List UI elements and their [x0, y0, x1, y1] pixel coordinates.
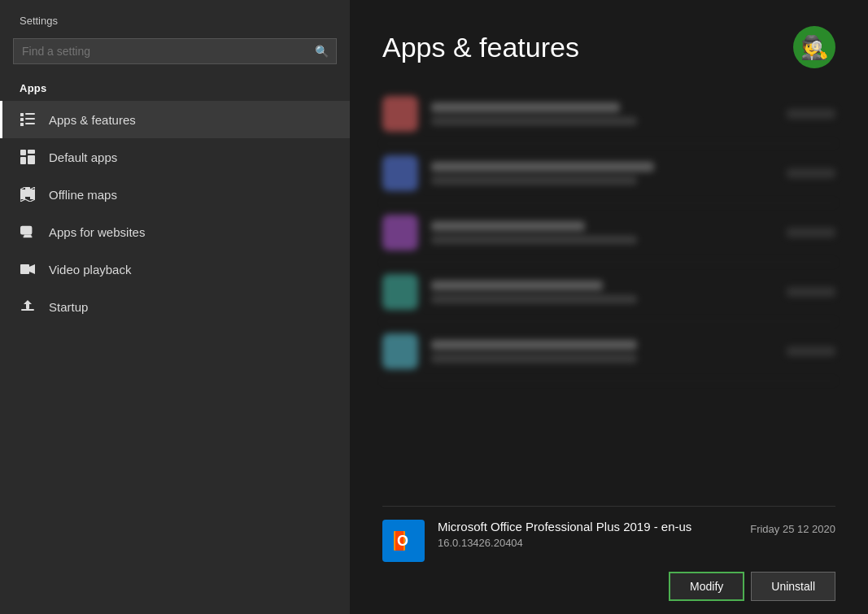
app-list [350, 85, 868, 506]
app-name-bar [431, 162, 654, 172]
app-icon [382, 155, 418, 191]
app-sub-bar [431, 295, 637, 303]
sidebar-item-label-startup: Startup [49, 300, 88, 314]
startup-icon [20, 298, 36, 315]
office-icon: O [382, 520, 425, 562]
selected-app-version: 16.0.13426.20404 [438, 537, 737, 549]
app-size [787, 228, 835, 237]
app-info [431, 281, 774, 303]
svg-rect-3 [25, 118, 35, 120]
selected-app-date: Friday 25 12 2020 [750, 523, 835, 535]
sidebar-title: Settings [0, 0, 350, 38]
app-name-bar [431, 221, 585, 231]
svg-rect-12 [30, 189, 35, 199]
app-info [431, 102, 774, 125]
svg-marker-18 [29, 264, 35, 274]
svg-rect-7 [28, 150, 35, 154]
svg-rect-17 [20, 264, 29, 274]
app-name-bar [431, 340, 637, 350]
svg-rect-4 [20, 123, 24, 126]
main-header: Apps & features 🕵️ [350, 0, 868, 85]
sidebar-item-label-apps-websites: Apps for websites [49, 225, 145, 239]
svg-rect-19 [21, 309, 34, 311]
sidebar-item-label-apps-features: Apps & features [49, 113, 136, 127]
grid-icon [20, 149, 36, 165]
svg-rect-1 [25, 113, 35, 115]
app-size [787, 287, 835, 297]
app-name-bar [431, 102, 620, 112]
svg-rect-0 [20, 113, 24, 116]
app-info [431, 162, 774, 185]
search-icon: 🔍 [315, 45, 329, 58]
link-icon [20, 224, 36, 240]
selected-app-section: O Microsoft Office Professional Plus 201… [350, 506, 868, 614]
app-size [787, 346, 835, 356]
app-sub-bar [431, 176, 637, 185]
search-input[interactable] [13, 38, 337, 64]
app-name-bar [431, 281, 603, 290]
blurred-app-row [382, 263, 835, 322]
app-sub-bar [431, 236, 637, 244]
sidebar-item-apps-websites[interactable]: Apps for websites [0, 213, 350, 250]
sidebar-item-default-apps[interactable]: Default apps [0, 138, 350, 176]
sidebar-item-label-default-apps: Default apps [49, 150, 117, 164]
sidebar-item-startup[interactable]: Startup [0, 288, 350, 325]
app-sub-bar [431, 355, 637, 363]
selected-app-top: O Microsoft Office Professional Plus 201… [382, 520, 835, 562]
svg-marker-21 [24, 300, 32, 304]
blurred-app-row [382, 203, 835, 263]
app-sub-bar [431, 117, 637, 125]
svg-text:O: O [397, 533, 408, 549]
sidebar-item-video-playback[interactable]: Video playback [0, 250, 350, 288]
blurred-apps-list [382, 85, 835, 381]
blurred-app-row [382, 85, 835, 144]
avatar-emoji: 🕵️ [800, 34, 829, 61]
uninstall-button[interactable]: Uninstall [751, 572, 835, 601]
apps-section-label: Apps [0, 77, 350, 101]
selected-app-details: Microsoft Office Professional Plus 2019 … [438, 520, 737, 549]
video-icon [20, 261, 36, 277]
svg-rect-6 [20, 150, 26, 155]
svg-rect-14 [21, 227, 32, 234]
app-icon [382, 215, 418, 250]
app-size [787, 109, 835, 119]
blurred-app-row [382, 322, 835, 381]
selected-app-row: O Microsoft Office Professional Plus 201… [382, 506, 835, 614]
sidebar-item-offline-maps[interactable]: Offline maps [0, 176, 350, 213]
main-content: Apps & features 🕵️ [350, 0, 868, 614]
sidebar: Settings 🔍 Apps Apps & features [0, 0, 350, 614]
modify-button[interactable]: Modify [669, 572, 744, 601]
page-title: Apps & features [382, 32, 579, 63]
list-icon [20, 111, 36, 128]
svg-rect-2 [20, 118, 24, 121]
selected-app-actions: Modify Uninstall [382, 562, 835, 607]
app-size [787, 168, 835, 178]
map-icon [20, 186, 36, 202]
svg-rect-9 [28, 155, 35, 164]
sidebar-item-label-offline-maps: Offline maps [49, 188, 117, 202]
app-icon [382, 274, 418, 310]
app-icon [382, 96, 418, 132]
avatar: 🕵️ [793, 26, 835, 68]
blurred-app-row [382, 144, 835, 203]
sidebar-item-apps-features[interactable]: Apps & features [0, 101, 350, 138]
app-icon [382, 333, 418, 369]
svg-rect-10 [20, 189, 25, 199]
search-box: 🔍 [13, 38, 337, 64]
selected-app-name: Microsoft Office Professional Plus 2019 … [438, 520, 737, 533]
sidebar-item-label-video-playback: Video playback [49, 263, 131, 277]
svg-rect-5 [25, 123, 35, 124]
svg-rect-8 [20, 157, 26, 164]
app-info [431, 340, 774, 363]
app-info [431, 221, 774, 244]
